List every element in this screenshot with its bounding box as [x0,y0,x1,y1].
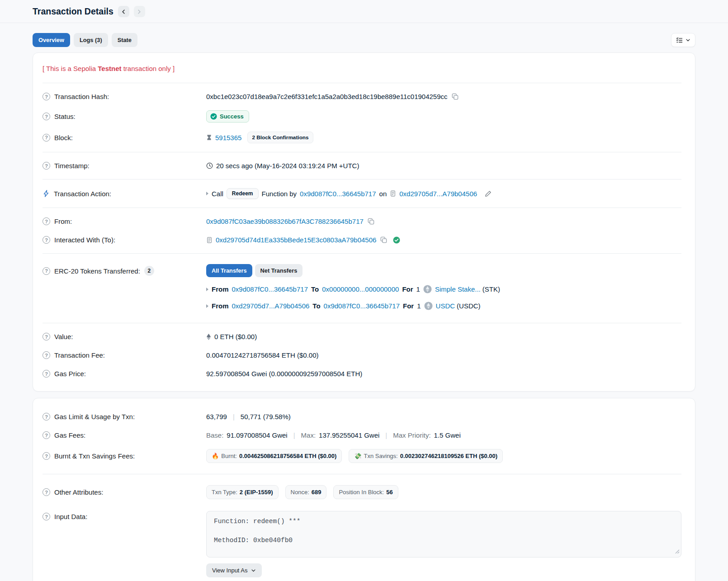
caret-right-icon[interactable] [206,304,208,308]
value-label: Value: [54,333,73,340]
caret-right-icon[interactable] [206,288,208,291]
copy-icon [368,218,374,225]
copy-hash-button[interactable] [451,92,459,101]
transaction-hash-label: Transaction Hash: [54,93,109,100]
action-on-address-link[interactable]: 0xd29705d7...A79b04506 [399,190,477,198]
row-label: Gas Fees: [43,431,206,439]
transfer-to-link[interactable]: 0x00000000...000000000 [322,285,399,293]
previous-transaction-button[interactable] [118,6,129,17]
help-icon[interactable] [43,267,50,275]
tab-logs[interactable]: Logs (3) [74,33,108,47]
nonce-value: 689 [312,489,321,496]
input-data-function-line: Function: redeem() *** [214,518,674,525]
transfer-to-link[interactable]: 0x9d087fC0...36645b717 [324,302,400,310]
max-priority-key: Max Priority: [393,431,430,439]
input-data-textarea[interactable]: Function: redeem() *** MethodID: 0xbe040… [206,511,681,557]
position-key: Position In Block: [339,489,384,496]
fire-icon: 🔥 [212,453,219,459]
separator: | [291,431,298,439]
next-transaction-button[interactable] [134,6,145,17]
copy-icon [452,93,459,100]
transfer-token-link[interactable]: Simple Stake... [435,285,481,293]
from-address-link[interactable]: 0x9d087fC03ae39b088326b67fA3C788236645b7… [206,217,364,225]
block-number-link[interactable]: 5915365 [215,134,241,142]
row-label: Transaction Action: [43,190,206,198]
view-input-as-button[interactable]: View Input As [206,563,262,577]
notice-bold: Testnet [98,65,121,72]
action-call-word: Call [212,190,223,198]
gas-limit-row: Gas Limit & Usage by Txn: 63,799 | 50,77… [43,407,681,426]
edit-action-button[interactable] [484,189,492,198]
txn-type-key: Txn Type: [212,489,237,496]
row-value: 0 ETH ($0.00) [206,333,681,340]
help-icon[interactable] [43,513,50,520]
row-value: 0xbc1e023c07d18ea9a7c2e6f331efc1a5a2a0b3… [206,92,681,101]
gas-price-label: Gas Price: [54,370,86,378]
txn-type-value: 2 (EIP-1559) [240,489,273,496]
check-circle-icon [210,113,217,120]
help-icon[interactable] [43,113,50,120]
all-transfers-button[interactable]: All Transfers [206,264,252,277]
tab-state[interactable]: State [112,33,137,47]
burnt-value: 0.004625086218756584 ETH ($0.00) [239,453,336,459]
transfer-token-link[interactable]: USDC [436,302,455,310]
help-icon[interactable] [43,488,50,496]
help-icon[interactable] [43,217,50,225]
transfer-to-word: To [311,285,319,293]
row-label: Input Data: [43,513,206,520]
help-icon[interactable] [43,351,50,359]
lightning-bolt-icon [43,190,50,197]
row-value: 0xd29705d74d1Ea335bBede15E3c0803aA79b045… [206,236,681,244]
tabs: Overview Logs (3) State [33,33,137,47]
to-address-link[interactable]: 0xd29705d74d1Ea335bBede15E3c0803aA79b045… [216,236,376,244]
testnet-notice: [ This is a Sepolia Testnet transaction … [43,62,681,79]
position-value: 56 [386,489,392,496]
net-transfers-button[interactable]: Net Transfers [255,264,303,277]
transfer-token-symbol: (STK) [482,285,500,293]
gas-limit-label: Gas Limit & Usage by Txn: [54,413,135,420]
nonce-pill: Nonce: 689 [285,485,327,499]
copy-to-button[interactable] [379,236,388,244]
divider [43,152,681,152]
gas-price-row: Gas Price: 92.597008504 Gwei (0.00000009… [43,364,681,383]
gas-usage-value: 50,771 (79.58%) [241,413,291,420]
divider [43,83,681,83]
row-value: 0x9d087fC03ae39b088326b67fA3C788236645b7… [206,217,681,226]
burnt-key: Burnt: [221,453,237,459]
action-method-badge[interactable]: Redeem [227,188,259,199]
tab-overview[interactable]: Overview [33,33,70,47]
contract-file-icon [206,237,213,243]
eth-diamond-icon [206,333,211,340]
help-icon[interactable] [43,452,50,460]
transfer-from-link[interactable]: 0x9d087fC0...36645b717 [232,285,308,293]
help-icon[interactable] [43,370,50,378]
timestamp-value: 20 secs ago (May-16-2024 03:19:24 PM +UT… [216,162,359,170]
gas-price-value: 92.597008504 Gwei (0.000000092597008504 … [206,370,362,378]
chevron-right-icon [137,9,142,14]
transaction-fee-value: 0.004701242718756584 ETH ($0.00) [206,351,319,359]
transfer-from-link[interactable]: 0xd29705d7...A79b04506 [232,302,310,310]
row-value: Base: 91.097008504 Gwei | Max: 137.95255… [206,431,681,439]
help-icon[interactable] [43,134,50,142]
action-by-address-link[interactable]: 0x9d087fC0...36645b717 [300,190,376,198]
caret-right-icon[interactable] [206,192,208,195]
resize-handle-icon[interactable] [675,548,680,556]
help-icon[interactable] [43,413,50,420]
copy-icon [380,236,387,243]
help-icon[interactable] [43,333,50,340]
divider [43,208,681,208]
contract-file-icon [390,190,396,197]
help-icon[interactable] [43,431,50,439]
burnt-savings-label: Burnt & Txn Savings Fees: [54,452,135,460]
help-icon[interactable] [43,93,50,100]
copy-from-button[interactable] [367,217,375,226]
row-label: Transaction Hash: [43,93,206,100]
max-priority-value: 1.5 Gwei [434,431,461,439]
transfer-for-word: For [403,302,414,310]
transfer-row: From 0xd29705d7...A79b04506 To 0x9d087fC… [206,298,681,314]
help-icon[interactable] [43,236,50,244]
display-options-button[interactable] [671,33,695,47]
help-icon[interactable] [43,162,50,170]
row-value: Success [206,110,681,123]
burnt-fee-pill: 🔥 Burnt: 0.004625086218756584 ETH ($0.00… [206,449,342,463]
